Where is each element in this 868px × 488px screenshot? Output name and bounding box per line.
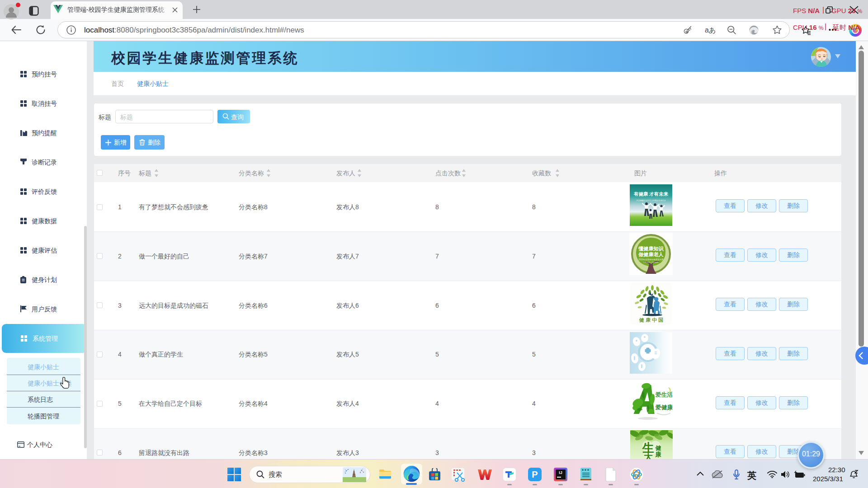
svg-text:大: 大 — [644, 452, 653, 459]
svg-text:懂健康知识: 懂健康知识 — [638, 246, 664, 252]
svg-text:健: 健 — [655, 445, 661, 451]
svg-text:ev: ev — [634, 473, 639, 477]
svg-text:有健康 才有未来: 有健康 才有未来 — [633, 191, 669, 197]
svg-text:2019年全国老年健康宣传周: 2019年全国老年健康宣传周 — [638, 258, 663, 261]
svg-text:康: 康 — [655, 451, 662, 458]
svg-text:爱健康: 爱健康 — [655, 404, 673, 411]
svg-text:做健康老人: 做健康老人 — [638, 252, 664, 258]
svg-text:6月10日—6月16日: 6月10日—6月16日 — [643, 261, 658, 263]
svg-text:健康中国: 健康中国 — [639, 317, 665, 323]
